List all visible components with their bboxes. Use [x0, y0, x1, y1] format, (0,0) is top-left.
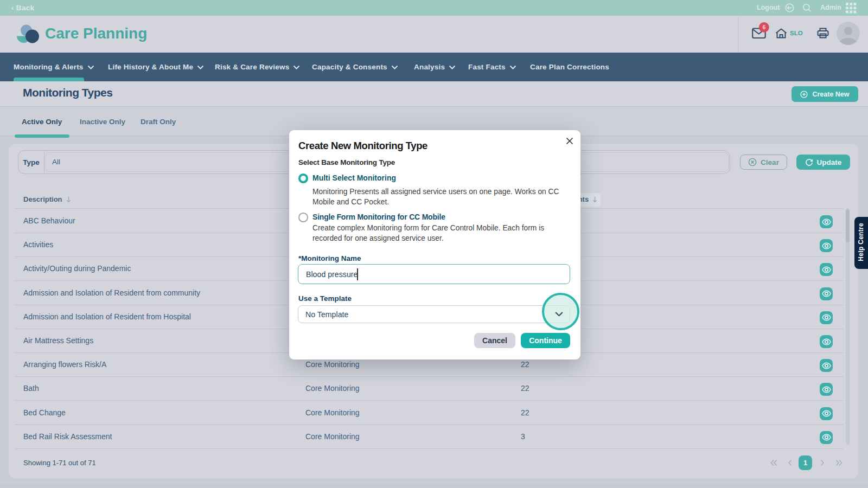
svg-text:6: 6 — [762, 24, 765, 30]
